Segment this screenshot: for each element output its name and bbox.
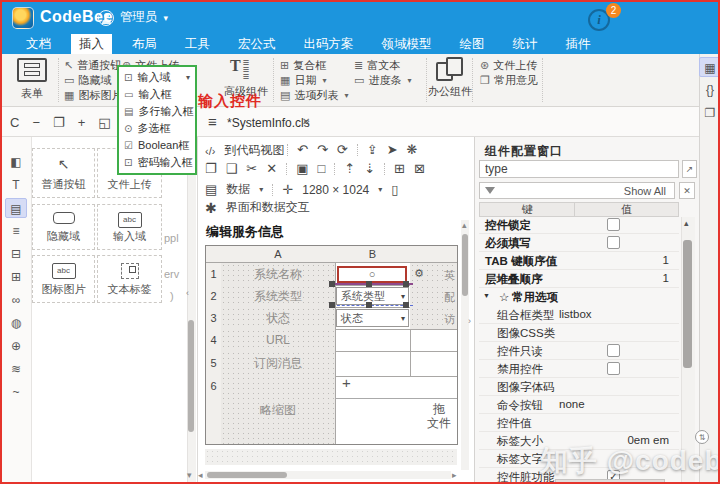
prop-row[interactable]: 组合框类型listbox <box>479 306 679 324</box>
column-header-a[interactable]: A <box>221 246 336 263</box>
chevron-down-icon[interactable]: ▾ <box>378 185 382 194</box>
dropdown-header-input-area[interactable]: ⊡ 输入域 ▾ <box>119 69 195 86</box>
grid-icon[interactable]: ⊞ <box>394 161 405 176</box>
canvas-hscrollbar-thumb[interactable] <box>207 472 287 478</box>
hamburger-icon[interactable]: ≡ <box>208 113 217 130</box>
component-tree-icon[interactable]: ⊟ <box>5 244 27 264</box>
prop-row[interactable]: 命令按钮none <box>479 396 679 414</box>
selection-handle[interactable] <box>366 302 372 308</box>
sliders-icon[interactable]: ≋ <box>5 359 27 379</box>
redo-icon[interactable]: ↷ <box>317 142 328 157</box>
publish-icon[interactable]: ➤ <box>387 142 398 157</box>
resolution-value[interactable]: 1280 × 1024 <box>302 183 369 197</box>
palette-item-icon-image[interactable]: abc 图标图片 <box>32 255 95 303</box>
tab-domain-model[interactable]: 领域模型 <box>374 34 440 54</box>
row-header[interactable]: 4 <box>206 329 222 352</box>
selection-handle[interactable] <box>403 302 409 308</box>
row-header[interactable]: 6 <box>206 376 222 445</box>
label-cell[interactable]: 系统名称 <box>221 263 336 286</box>
prop-row[interactable]: 禁用控件 <box>479 360 679 378</box>
component-library-icon[interactable]: ⊞ <box>5 267 27 287</box>
richtext-item[interactable]: ≣富文本 <box>354 58 400 73</box>
expand-icon[interactable]: ↗ <box>682 160 697 178</box>
order-up-icon[interactable]: ⇡ <box>344 161 355 176</box>
row-header[interactable]: 1 <box>206 263 222 286</box>
prop-row[interactable]: 图像字体码 <box>479 378 679 396</box>
move-icon[interactable]: ✛ <box>282 182 293 197</box>
icon-image-item[interactable]: ▦图标图片 <box>64 88 122 103</box>
show-all-label[interactable]: Show All <box>624 185 669 197</box>
tab-tools[interactable]: 工具 <box>177 34 218 54</box>
progressbar-item[interactable]: ▭进度条▾ <box>354 73 411 88</box>
interaction-icon[interactable]: ✱ <box>205 200 217 216</box>
dropdown-item-multiline[interactable]: ▤多行输入框 <box>119 103 195 120</box>
prop-row[interactable]: 图像CSS类 <box>479 324 679 342</box>
paste-icon[interactable]: ❑ <box>226 161 238 176</box>
scroll-left-icon[interactable]: ◂ <box>198 470 203 480</box>
scroll-up-icon[interactable]: ▴ <box>684 218 689 228</box>
order-down-icon[interactable]: ⇣ <box>364 161 375 176</box>
collapse-icon[interactable]: − <box>32 115 40 130</box>
dropdown-item-boolean[interactable]: ☑Boolean框 <box>119 137 195 154</box>
label-cell[interactable]: URL <box>221 329 336 352</box>
row-header[interactable]: 2 <box>206 285 222 308</box>
undo-icon[interactable]: ↶ <box>297 142 308 157</box>
label-cell[interactable]: 状态 <box>221 307 336 330</box>
code-view-icon[interactable]: ‹/› <box>205 145 215 157</box>
export-icon[interactable]: ⇪ <box>367 142 378 157</box>
row-header[interactable]: 5 <box>206 351 222 377</box>
palette-item-hidden-field[interactable]: 隐藏域 <box>32 204 95 250</box>
shapes-icon[interactable]: ∞ <box>5 290 27 310</box>
folder-icon[interactable]: ◱ <box>98 115 110 130</box>
scroll-right-icon[interactable]: ▸ <box>452 470 457 480</box>
dropdown-widget[interactable]: 状态▾ <box>336 309 409 327</box>
scroll-down-icon[interactable]: ▾ <box>187 470 192 480</box>
palette-scrollbar-thumb[interactable] <box>188 320 194 432</box>
collapse-right-icon[interactable]: › <box>468 316 471 326</box>
prop-row[interactable]: 控件只读 <box>479 342 679 360</box>
type-search-input[interactable] <box>479 160 679 178</box>
refresh-icon[interactable]: C <box>10 115 19 130</box>
selection-handle[interactable] <box>366 281 372 287</box>
snap-grid-icon[interactable]: ⊠ <box>414 161 425 176</box>
gear-icon[interactable]: ⚙ <box>414 267 424 280</box>
widget-cell[interactable] <box>335 329 411 352</box>
column-header-b[interactable]: B <box>335 246 411 263</box>
code-view-label[interactable]: 到代码视图 <box>224 142 284 159</box>
focus-icon[interactable]: ⊕ <box>5 336 27 356</box>
send-back-icon[interactable]: □ <box>317 161 325 176</box>
checkbox[interactable] <box>607 362 620 375</box>
label-cell[interactable]: 订阅消息 <box>221 351 336 377</box>
option-list-item[interactable]: ▤选项列表▾ <box>280 88 348 103</box>
dropdown-item-password[interactable]: ⊡密码输入框 <box>119 154 195 171</box>
theme-icon[interactable]: ◍ <box>5 313 27 333</box>
add-row-button[interactable]: + <box>342 374 351 391</box>
tab-macro[interactable]: 宏公式 <box>230 34 284 54</box>
label-cell[interactable]: 系统类型 <box>221 285 336 308</box>
tab-plugins[interactable]: 插件 <box>558 34 599 54</box>
office-group-icon[interactable] <box>436 57 462 79</box>
checkbox[interactable] <box>607 218 620 231</box>
data-label[interactable]: 数据 <box>226 181 250 198</box>
checkbox[interactable] <box>607 236 620 249</box>
dropdown-item-input-box[interactable]: ▭输入框 <box>119 86 195 103</box>
document-tab[interactable]: *SystemInfo.cls <box>227 116 310 130</box>
composite-box-item[interactable]: ⊞复合框 <box>280 58 326 73</box>
prop-group-row[interactable]: ▼ ☆ 常用选项 <box>479 288 679 306</box>
form-group-button[interactable] <box>17 58 47 82</box>
checkbox[interactable] <box>607 344 620 357</box>
selection-handle[interactable] <box>329 302 335 308</box>
prop-row[interactable]: 控件值 <box>479 414 679 432</box>
copy-icon[interactable]: ❐ <box>53 115 65 130</box>
date-item[interactable]: ▦日期▾ <box>280 73 326 88</box>
interaction-label[interactable]: 界面和数据交互 <box>226 199 310 216</box>
refresh-icon[interactable]: ⟳ <box>337 142 348 157</box>
close-filter-icon[interactable]: ✕ <box>679 182 695 199</box>
extra-cell[interactable] <box>410 329 458 352</box>
tab-layout[interactable]: 布局 <box>124 34 165 54</box>
filter-bar[interactable]: Show All <box>479 182 675 199</box>
tab-insert[interactable]: 插入 <box>71 34 112 54</box>
advanced-group-button[interactable]: T≡≡≡ <box>230 57 249 80</box>
panel-scrollbar-thumb[interactable] <box>683 240 692 368</box>
chevron-down-icon[interactable]: ▾ <box>259 185 263 194</box>
